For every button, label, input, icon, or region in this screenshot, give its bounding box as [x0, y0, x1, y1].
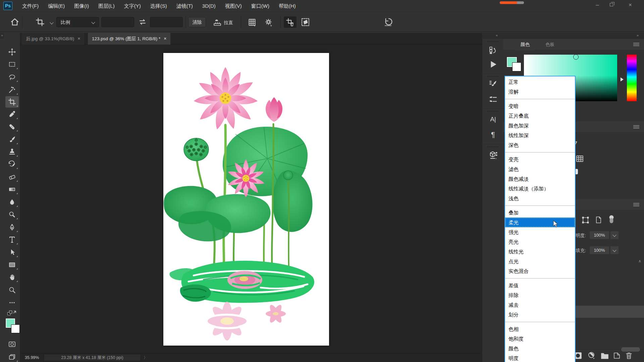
document-tab[interactable]: 后.jpg @ 33.1%(RGB/8) × — [22, 33, 84, 45]
brush-tool[interactable] — [5, 134, 19, 145]
menu-item[interactable]: 文件(F) — [17, 0, 43, 12]
history-panel-icon[interactable] — [486, 44, 500, 56]
straighten-icon[interactable] — [213, 18, 222, 28]
blend-mode-option[interactable]: 差值 — [505, 281, 575, 290]
content-aware-fill-icon[interactable] — [301, 17, 310, 28]
move-tool[interactable] — [5, 46, 19, 58]
properties-3d-panel-icon[interactable] — [486, 149, 500, 161]
hand-tool[interactable] — [5, 272, 19, 283]
gradient-tool[interactable] — [5, 184, 19, 195]
blend-mode-option[interactable]: 划分 — [505, 310, 575, 319]
new-group-folder-icon[interactable] — [600, 352, 609, 361]
blend-mode-option[interactable]: 减去 — [505, 300, 575, 310]
blend-mode-option[interactable]: 变暗 — [505, 101, 575, 111]
more-tools-ellipsis[interactable] — [5, 297, 19, 308]
menu-item[interactable]: 窗口(W) — [247, 0, 274, 12]
tab-color[interactable]: 颜色 — [515, 39, 535, 50]
collapse-panels-icon[interactable]: « — [496, 33, 498, 37]
menu-item[interactable]: 3D(D) — [198, 0, 220, 12]
menu-item[interactable]: 视图(V) — [220, 0, 247, 12]
menu-item[interactable]: 帮助(H) — [274, 0, 301, 12]
blend-mode-option[interactable]: 点光 — [505, 256, 575, 266]
fill-chevron[interactable] — [610, 246, 619, 254]
document-tab-active[interactable]: 123.psd @ 36% (图层 1, RGB/8) * × — [88, 33, 170, 45]
history-brush-tool[interactable] — [5, 159, 19, 170]
quick-mask-toggle[interactable] — [5, 339, 19, 350]
adjustment-layer-icon[interactable] — [588, 352, 596, 361]
panel-menu-icon[interactable] — [633, 43, 639, 47]
pen-tool[interactable] — [5, 222, 19, 233]
lock-transparent-pixels-icon[interactable] — [581, 216, 590, 226]
status-options-chevron[interactable]: 〉 — [144, 353, 148, 362]
restore-button[interactable] — [605, 0, 620, 10]
panel-menu-icon[interactable] — [633, 125, 639, 129]
blend-mode-option[interactable] — [505, 205, 575, 206]
blend-mode-option[interactable]: 饱和度 — [505, 334, 575, 344]
menu-item[interactable]: 滤镜(T) — [172, 0, 198, 12]
opacity-value[interactable]: 100% — [590, 231, 609, 239]
brushes-panel-icon[interactable] — [486, 93, 500, 105]
shape-tool[interactable] — [5, 259, 19, 270]
blend-mode-option[interactable]: 颜色加深 — [505, 121, 575, 130]
minimize-button[interactable]: – — [590, 0, 605, 10]
blend-mode-option[interactable]: 正片叠底 — [505, 111, 575, 121]
blend-mode-option[interactable]: 变亮 — [505, 155, 575, 164]
home-icon[interactable] — [10, 18, 19, 28]
crop-tool-icon[interactable] — [36, 17, 45, 28]
blend-mode-option[interactable] — [505, 278, 575, 279]
delete-layer-trash-icon[interactable] — [625, 352, 633, 361]
overlay-grid-icon[interactable] — [248, 18, 257, 28]
marquee-tool[interactable] — [5, 59, 19, 70]
blend-mode-option[interactable]: 实色混合 — [505, 266, 575, 276]
crop-tool-active[interactable] — [5, 96, 19, 108]
blur-tool[interactable] — [5, 196, 19, 208]
clear-button[interactable]: 清除 — [188, 17, 206, 27]
crop-settings-gear-icon[interactable] — [264, 18, 273, 28]
zoom-level-field[interactable]: 35.99% — [25, 353, 39, 362]
default-swap-colors-icon[interactable] — [5, 309, 19, 317]
spot-healing-tool[interactable] — [5, 121, 19, 132]
background-color-swatch[interactable] — [11, 324, 20, 333]
blend-mode-option[interactable]: 排除 — [505, 290, 575, 300]
hue-slider[interactable] — [627, 55, 637, 101]
tab-swatches[interactable]: 色板 — [540, 39, 560, 50]
blend-mode-option[interactable]: 溶解 — [505, 87, 575, 97]
blend-mode-option[interactable] — [505, 99, 575, 99]
character-panel-icon[interactable]: A| — [486, 113, 500, 125]
menu-item[interactable]: 图像(I) — [69, 0, 94, 12]
blend-mode-option[interactable]: 滤色 — [505, 164, 575, 174]
screen-mode-button[interactable] — [5, 351, 19, 362]
eyedropper-tool[interactable] — [5, 109, 19, 120]
blend-mode-option[interactable]: 线性减淡（添加） — [505, 184, 575, 193]
table-grid-icon[interactable] — [576, 155, 584, 164]
new-layer-icon[interactable] — [613, 352, 621, 361]
magic-wand-tool[interactable] — [5, 84, 19, 96]
close-tab-icon[interactable]: × — [162, 33, 168, 45]
canvas-image-lotus[interactable] — [163, 53, 329, 346]
dodge-tool[interactable] — [5, 209, 19, 220]
reset-icon[interactable] — [383, 17, 393, 28]
selected-layer-row[interactable] — [575, 306, 644, 318]
toolbar-collapse-control[interactable]: » — [0, 33, 4, 39]
lock-image-pixels-icon[interactable] — [594, 216, 602, 225]
blend-mode-option[interactable]: 亮光 — [505, 237, 575, 247]
blend-mode-option[interactable]: 柔光 — [505, 218, 575, 227]
close-tab-icon[interactable]: × — [76, 33, 82, 45]
panel-menu-icon[interactable] — [633, 203, 639, 207]
path-selection-tool[interactable] — [5, 247, 19, 258]
brush-settings-panel-icon[interactable] — [486, 78, 500, 90]
fill-value[interactable]: 100% — [590, 246, 609, 254]
blend-mode-option[interactable]: 色相 — [505, 324, 575, 334]
blend-mode-option[interactable]: 深色 — [505, 140, 575, 150]
blend-mode-option[interactable]: 正常 — [505, 77, 575, 87]
crop-width-input[interactable] — [101, 17, 134, 27]
crop-height-input[interactable] — [150, 17, 183, 27]
zoom-tool[interactable] — [5, 284, 19, 296]
blend-mode-option[interactable]: 浅色 — [505, 193, 575, 203]
panel-background-swatch[interactable] — [512, 62, 521, 71]
opacity-chevron[interactable] — [610, 231, 619, 239]
scrollbar-thumb[interactable] — [621, 347, 640, 352]
lock-position-icon[interactable] — [607, 215, 616, 226]
swap-dimensions-icon[interactable] — [138, 18, 147, 27]
scroll-up-icon[interactable]: ∧ — [638, 259, 641, 263]
